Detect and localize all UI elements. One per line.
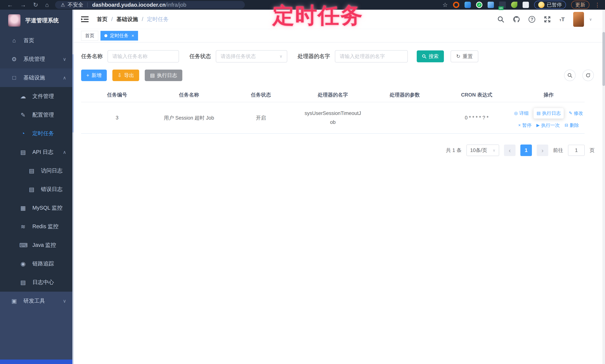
breadcrumb-separator: / [142,16,143,22]
add-button[interactable]: + 新增 [81,70,107,81]
user-avatar[interactable] [573,12,584,27]
search-button[interactable]: 搜索 [417,51,444,62]
extension-leaf-icon[interactable] [511,2,517,8]
log-icon: ▤ [28,167,35,174]
execution-log-link[interactable]: ▤ 执行日志 [533,108,564,119]
browser-update-button[interactable]: 更新 [571,1,589,9]
action-line-2: × 暂停 ▶ 执行一次 ⊟ 删除 [513,123,585,128]
breadcrumb-home[interactable]: 首页 [97,16,107,23]
sidebar-item-label: 错误日志 [41,186,63,193]
close-icon[interactable]: × [132,33,134,38]
sidebar-toggle-icon[interactable] [81,16,89,23]
reset-icon: ↻ [456,53,460,59]
job-name-input[interactable] [107,50,179,63]
page-scrollbar-thumb[interactable] [602,32,605,86]
detail-link-label: 详细 [519,111,528,116]
browser-forward-icon[interactable]: → [20,1,26,8]
tab-home[interactable]: 首页 [81,31,98,40]
browser-reload-icon[interactable]: ↻ [33,1,38,8]
mysql-icon: ▦ [19,205,27,211]
sidebar-item-infrastructure[interactable]: □ 基础设施 ∧ [0,68,74,87]
fullscreen-icon[interactable] [544,16,551,23]
browser-menu-kebab-icon[interactable]: ⋮ [595,2,600,8]
log-icon: ▤ [19,149,27,156]
refresh-button[interactable] [582,70,594,81]
sidebar-item-access-logs[interactable]: ▤ 访问日志 [0,161,74,180]
github-icon[interactable] [513,16,520,23]
page-1-button[interactable]: 1 [520,144,532,156]
sidebar-item-scheduled-jobs[interactable]: ◔ 定时任务 [0,124,74,143]
url-path: /infra/job [166,2,186,8]
extension-dark-icon[interactable]: on [499,1,506,8]
sidebar-item-file-management[interactable]: ☁ 文件管理 [0,87,74,106]
next-page-button[interactable]: › [537,144,548,156]
profile-emoji-avatar [538,2,545,8]
extension-green-check-icon[interactable] [476,2,482,8]
toggle-search-button[interactable] [564,70,576,81]
page-size-select[interactable]: 10条/页 ∨ [466,144,499,156]
execution-log-button[interactable]: ▤ 执行日志 [145,70,182,81]
sidebar-item-log-center[interactable]: ▤ 日志中心 [0,273,74,292]
profile-paused-badge[interactable]: 已暂停 [534,1,566,9]
extension-orange-icon[interactable] [453,2,459,8]
detail-link[interactable]: ◎ 详细 [514,111,528,116]
sidebar-item-api-logs[interactable]: ▤ API 日志 ∧ [0,143,74,161]
avatar-caret-down-icon[interactable]: ∨ [589,17,592,22]
sidebar-item-label: 配置管理 [32,111,54,119]
sidebar-item-home[interactable]: ⌂ 首页 [0,31,74,50]
reset-button[interactable]: ↻ 重置 [451,51,478,62]
monitor-icon: □ [10,74,18,81]
handler-name-input[interactable] [335,50,408,63]
cloud-upload-icon: ☁ [19,93,27,100]
sidebar-logo-row[interactable]: 芋道管理系统 [0,10,74,31]
action-line-1: ◎ 详细 ▤ 执行日志 ✎ 修改 [513,108,585,119]
edit-link[interactable]: ✎ 修改 [569,111,583,116]
bookmark-star-icon[interactable]: ☆ [442,1,448,8]
sidebar-item-dev-tools[interactable]: ▣ 研发工具 ∨ [0,292,74,310]
pause-icon: × [518,123,521,128]
url-host: dashboard.yudao.iocoder.cn [92,2,166,8]
sidebar-item-redis-monitor[interactable]: ≋ Redis 监控 [0,217,74,236]
cell-job-name: 用户 Session 超时 Job [153,115,225,121]
sidebar-item-label: 日志中心 [32,279,54,286]
pause-link[interactable]: × 暂停 [518,123,531,128]
extension-gem-icon[interactable] [488,2,494,8]
execution-log-button-label: 执行日志 [157,72,177,79]
font-size-icon[interactable]: тT [559,16,565,23]
extensions-puzzle-icon[interactable] [523,2,529,8]
tags-view-bar: 首页 定时任务 × [74,29,605,42]
table-row[interactable]: 3 用户 Session 超时 Job 开启 sysUserSessionTim… [81,102,585,134]
cell-handler-name: sysUserSessionTimeoutJob [297,109,369,127]
handler-name-label: 处理器的名字 [298,53,330,60]
browser-back-icon[interactable]: ← [7,1,13,8]
sidebar-scrollbar[interactable] [72,10,74,364]
add-button-label: 新增 [92,72,102,79]
font-size-small-glyph: т [559,18,561,22]
search-icon[interactable] [497,16,504,23]
sidebar-item-mysql-monitor[interactable]: ▦ MySQL 监控 [0,199,74,217]
run-once-link[interactable]: ▶ 执行一次 [536,123,560,128]
sidebar-item-system-management[interactable]: ⚙ 系统管理 ∨ [0,50,74,68]
gear-icon: ⚙ [10,56,18,63]
browser-home-icon[interactable]: ⌂ [45,1,49,8]
sidebar-item-trace[interactable]: ◉ 链路追踪 [0,254,74,273]
help-icon[interactable]: ? [528,16,535,23]
breadcrumb-infrastructure[interactable]: 基础设施 [117,16,138,23]
sidebar-scrollbar-thumb[interactable] [72,54,74,132]
tab-scheduled-jobs[interactable]: 定时任务 × [100,31,138,40]
job-status-select[interactable]: 请选择任务状态 ∨ [216,50,287,63]
sidebar-item-java-monitor[interactable]: ⌨ Java 监控 [0,236,74,254]
goto-page-input[interactable] [568,145,585,156]
export-button[interactable]: ⇩ 导出 [112,70,139,81]
page-scrollbar[interactable] [602,10,605,364]
prev-page-button[interactable]: ‹ [504,144,515,156]
sidebar-item-error-logs[interactable]: ▤ 错误日志 [0,180,74,199]
sidebar-item-config-management[interactable]: ✎ 配置管理 [0,106,74,124]
delete-link[interactable]: ⊟ 删除 [565,123,579,128]
address-bar[interactable]: ⚠ 不安全 dashboard.yudao.iocoder.cn /infra/… [55,1,245,9]
sidebar-item-label: 链路追踪 [32,260,54,267]
job-status-label: 任务状态 [189,53,211,60]
extension-blue-icon[interactable] [464,2,471,8]
browser-toolbar: ← → ↻ ⌂ ⚠ 不安全 dashboard.yudao.iocoder.cn… [0,0,605,10]
not-secure-label[interactable]: 不安全 [67,1,83,8]
